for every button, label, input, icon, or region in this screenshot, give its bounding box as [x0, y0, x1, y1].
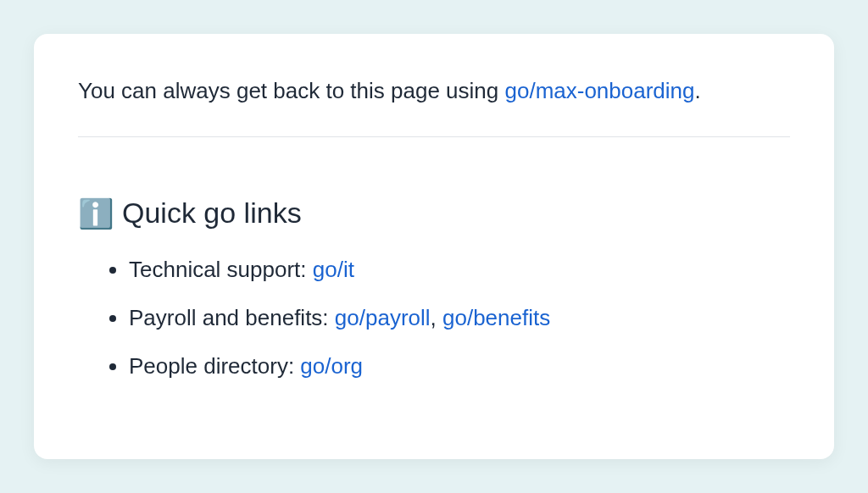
item-label: Technical support: — [129, 257, 313, 282]
go-link[interactable]: go/benefits — [442, 305, 550, 330]
content-card: You can always get back to this page usi… — [34, 34, 834, 459]
info-icon: ℹ️ — [78, 199, 114, 228]
go-link[interactable]: go/org — [300, 353, 363, 379]
list-item: People directory: go/org — [129, 350, 790, 383]
intro-text: You can always get back to this page usi… — [78, 75, 790, 108]
go-links-list: Technical support: go/it Payroll and ben… — [78, 253, 790, 383]
list-item: Payroll and benefits: go/payroll, go/ben… — [129, 302, 790, 335]
item-label: Payroll and benefits: — [129, 305, 335, 330]
list-item: Technical support: go/it — [129, 253, 790, 286]
section-divider — [78, 136, 790, 137]
intro-link[interactable]: go/max-onboarding — [504, 78, 694, 103]
go-link[interactable]: go/it — [313, 257, 354, 282]
intro-suffix: . — [695, 78, 701, 103]
item-label: People directory: — [129, 353, 300, 379]
heading-text: Quick go links — [122, 197, 302, 230]
go-link[interactable]: go/payroll — [335, 305, 431, 330]
separator: , — [431, 305, 442, 330]
intro-prefix: You can always get back to this page usi… — [78, 78, 504, 103]
section-heading: ℹ️ Quick go links — [78, 197, 790, 230]
